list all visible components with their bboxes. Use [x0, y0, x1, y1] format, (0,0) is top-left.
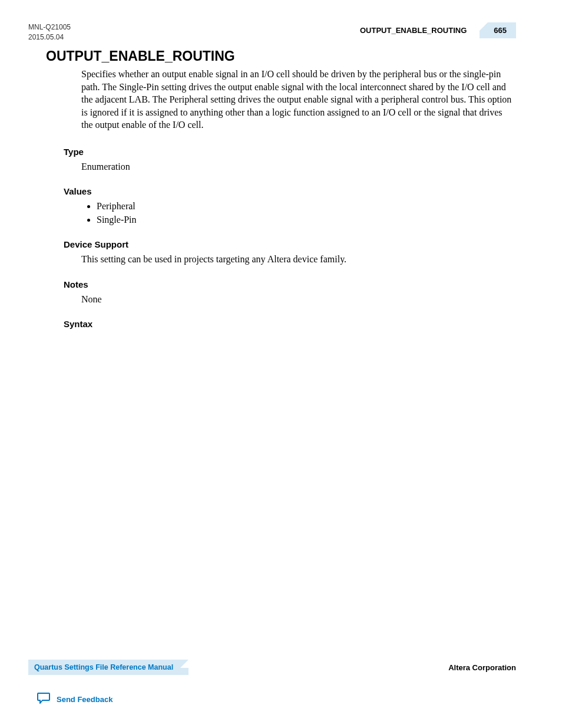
header-right: OUTPUT_ENABLE_ROUTING 665	[360, 22, 516, 38]
feedback-label: Send Feedback	[57, 695, 113, 704]
running-title: OUTPUT_ENABLE_ROUTING	[360, 26, 467, 35]
list-item: Peripheral	[97, 200, 516, 213]
chat-bubble-icon	[37, 691, 51, 707]
section-body: None	[81, 293, 516, 306]
list-item: Single-Pin	[97, 213, 516, 226]
doc-date: 2015.05.04	[28, 32, 71, 42]
page-header: MNL-Q21005 2015.05.04 OUTPUT_ENABLE_ROUT…	[28, 22, 516, 42]
section-heading: Device Support	[64, 239, 516, 249]
section-values: Values Peripheral Single-Pin	[64, 186, 516, 226]
description-paragraph: Specifies whether an output enable signa…	[81, 68, 516, 131]
company-name: Altera Corporation	[448, 663, 516, 672]
main-content: OUTPUT_ENABLE_ROUTING Specifies whether …	[46, 48, 516, 342]
section-heading: Values	[64, 186, 516, 196]
section-device-support: Device Support This setting can be used …	[64, 239, 516, 266]
section-type: Type Enumeration	[64, 147, 516, 173]
page-number-badge: 665	[480, 22, 516, 38]
values-list: Peripheral Single-Pin	[97, 200, 516, 226]
section-syntax: Syntax	[64, 319, 516, 329]
section-body: Enumeration	[81, 160, 516, 173]
section-heading: Type	[64, 147, 516, 157]
page-title: OUTPUT_ENABLE_ROUTING	[46, 48, 516, 64]
doc-id: MNL-Q21005	[28, 22, 71, 32]
section-heading: Notes	[64, 279, 516, 289]
page-footer: Quartus Settings File Reference Manual A…	[28, 660, 516, 675]
manual-title-link[interactable]: Quartus Settings File Reference Manual	[28, 660, 189, 675]
section-heading: Syntax	[64, 319, 516, 329]
send-feedback-link[interactable]: Send Feedback	[37, 691, 113, 707]
section-notes: Notes None	[64, 279, 516, 306]
header-doc-info: MNL-Q21005 2015.05.04	[28, 22, 71, 42]
section-body: This setting can be used in projects tar…	[81, 253, 516, 266]
